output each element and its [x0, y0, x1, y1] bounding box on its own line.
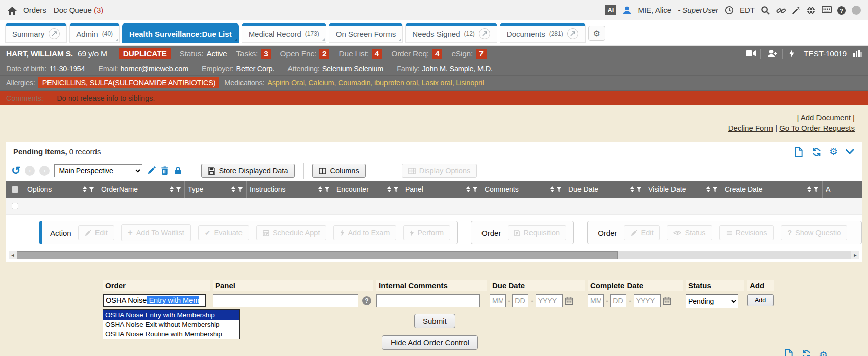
undo-icon[interactable]: ↺ — [11, 166, 20, 176]
complete-date-day-input[interactable] — [610, 294, 626, 307]
tasks-count-badge[interactable]: 3 — [261, 49, 271, 59]
sort-icon[interactable] — [318, 186, 322, 192]
dropdown-option[interactable]: OSHA Noise Routine with Membership — [103, 329, 239, 339]
edit-perspective-pencil-icon[interactable] — [147, 166, 156, 175]
perspective-select[interactable]: Main Perspective — [54, 164, 142, 177]
link-icon[interactable] — [776, 6, 785, 15]
tab-settings-gear-icon[interactable]: ⚙ — [588, 26, 605, 41]
sort-icon[interactable] — [231, 186, 235, 192]
bar-chart-icon[interactable] — [853, 49, 862, 58]
filter-icon[interactable] — [176, 187, 181, 192]
column-header-create-date[interactable]: Create Date — [721, 181, 823, 198]
medications-list[interactable]: Aspirin Oral, Calcium, Coumadin, ibuprof… — [267, 79, 484, 87]
column-header-panel[interactable]: Panel — [402, 181, 481, 198]
column-header-clipped[interactable]: A — [823, 181, 853, 198]
nav-orders[interactable]: Orders — [23, 6, 46, 14]
open-enc-count-badge[interactable]: 2 — [319, 49, 329, 59]
sort-icon[interactable] — [466, 186, 470, 192]
column-header-visible-date[interactable]: Visible Date — [645, 181, 721, 198]
due-date-month-input[interactable] — [490, 294, 506, 307]
filter-icon[interactable] — [89, 187, 94, 192]
user-name[interactable]: MIE, Alice — [638, 6, 671, 14]
column-header-due-date[interactable]: Due Date — [565, 181, 645, 198]
column-header-ordername[interactable]: OrderName — [98, 181, 185, 198]
refresh-icon[interactable] — [812, 147, 821, 156]
filter-icon[interactable] — [636, 187, 642, 192]
popout-icon[interactable] — [567, 28, 578, 39]
scrollbar-thumb[interactable] — [17, 251, 618, 259]
column-header-encounter[interactable]: Encounter — [333, 181, 402, 198]
select-all-checkbox[interactable] — [12, 186, 18, 193]
tab-admin[interactable]: Admin (40) — [69, 23, 120, 43]
dropdown-option[interactable]: OSHA Noise Entry with Membership — [103, 310, 239, 320]
complete-date-year-input[interactable] — [634, 294, 661, 307]
complete-date-calendar-icon[interactable] — [663, 297, 671, 305]
sort-icon[interactable] — [387, 186, 391, 192]
row-checkbox[interactable] — [12, 203, 18, 209]
add-order-button[interactable]: Add — [747, 294, 774, 306]
collapse-chevron-icon[interactable] — [846, 147, 855, 156]
scroll-right-icon[interactable]: ► — [851, 251, 859, 259]
submit-button[interactable]: Submit — [414, 314, 455, 328]
sort-icon[interactable] — [170, 186, 174, 192]
column-header-comments[interactable]: Comments — [481, 181, 565, 198]
status-select[interactable]: Pending — [686, 294, 738, 308]
due-list-count-badge[interactable]: 4 — [372, 49, 382, 59]
filter-icon[interactable] — [324, 187, 330, 192]
search-icon[interactable] — [761, 6, 770, 15]
tab-summary[interactable]: Summary — [5, 23, 67, 43]
filter-icon[interactable] — [237, 187, 243, 192]
filter-icon[interactable] — [712, 187, 718, 192]
filter-icon[interactable] — [472, 187, 478, 192]
sort-icon[interactable] — [550, 186, 554, 192]
add-document-link[interactable]: Add Document — [801, 113, 851, 122]
wand-icon[interactable] — [791, 6, 800, 15]
add-person-icon[interactable] — [767, 49, 776, 58]
history-back-icon[interactable]: ‹ — [25, 166, 35, 176]
hide-add-order-control-button[interactable]: Hide Add Order Control — [382, 335, 478, 350]
complete-date-month-input[interactable] — [588, 294, 604, 307]
esign-count-badge[interactable]: 7 — [476, 49, 486, 59]
lock-perspective-icon[interactable] — [174, 166, 183, 175]
keyboard-icon[interactable] — [822, 6, 831, 15]
ai-badge[interactable]: AI — [605, 5, 616, 15]
new-document-icon[interactable] — [785, 349, 794, 356]
tab-needs-signed[interactable]: Needs Signed (12) — [405, 23, 497, 43]
decline-form-link[interactable]: Decline Form — [728, 124, 773, 132]
globe-icon[interactable] — [806, 6, 815, 15]
dropdown-option[interactable]: OSHA Noise Exit without Membership — [103, 320, 239, 329]
horizontal-scrollbar[interactable]: ◄ ► — [9, 251, 859, 259]
history-forward-icon[interactable]: › — [39, 166, 50, 176]
sort-icon[interactable] — [630, 186, 634, 192]
home-icon[interactable] — [7, 6, 16, 15]
sort-icon[interactable] — [807, 186, 811, 192]
columns-button[interactable]: Columns — [312, 164, 365, 178]
clock-icon[interactable] — [725, 6, 734, 15]
filter-icon[interactable] — [556, 187, 562, 192]
tab-health-surveillance-due-list[interactable]: Health Surveillance:Due List — [122, 23, 239, 43]
column-header-type[interactable]: Type — [185, 181, 247, 198]
presence-indicator[interactable] — [852, 6, 861, 15]
new-document-icon[interactable] — [795, 147, 804, 156]
order-req-count-badge[interactable]: 4 — [432, 49, 442, 59]
patient-name[interactable]: HART, WILLIAM S. — [6, 49, 73, 58]
nav-doc-queue[interactable]: Doc Queue (3) — [54, 6, 103, 14]
filter-icon[interactable] — [813, 187, 819, 192]
filter-icon[interactable] — [393, 187, 399, 192]
refresh-icon[interactable] — [802, 349, 811, 356]
due-date-calendar-icon[interactable] — [565, 297, 573, 305]
due-date-year-input[interactable] — [536, 294, 563, 307]
due-date-day-input[interactable] — [512, 294, 528, 307]
video-camera-icon[interactable] — [745, 49, 754, 58]
tab-medical-record[interactable]: Medical Record (173) — [242, 23, 326, 43]
go-to-order-requests-link[interactable]: Go To Order Requests — [779, 124, 855, 132]
column-header-instructions[interactable]: Instructions — [247, 181, 333, 198]
column-header-options[interactable]: Options — [24, 181, 98, 198]
scroll-left-icon[interactable]: ◄ — [9, 251, 17, 259]
sort-icon[interactable] — [83, 186, 87, 192]
allergies-badge[interactable]: PENICILLINS, SULFA(SULFONAMIDE ANTIBIOTI… — [38, 77, 220, 88]
lightning-icon[interactable] — [789, 49, 798, 58]
order-input[interactable]: OSHA Noise Entry with Mem — [103, 294, 206, 307]
store-displayed-data-button[interactable]: Store Displayed Data — [201, 164, 295, 178]
panel-input[interactable] — [213, 294, 358, 307]
